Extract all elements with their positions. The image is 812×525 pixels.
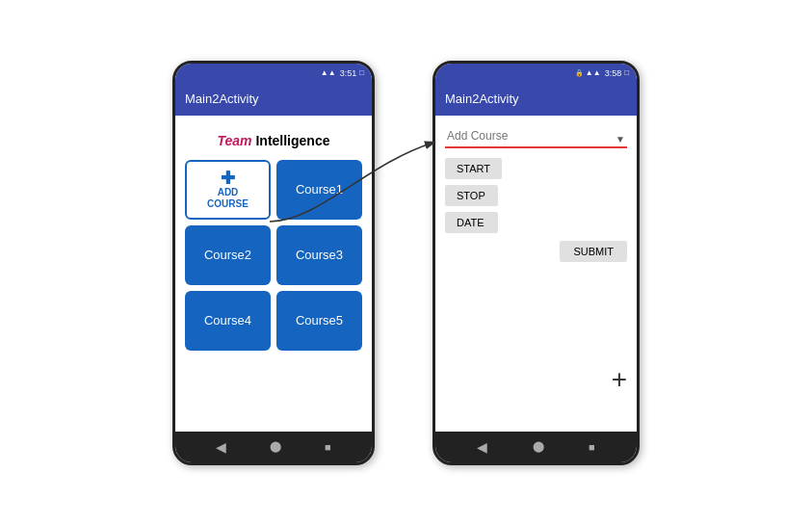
phone1-toolbar: Main2Activity (175, 83, 372, 116)
course1-button[interactable]: Course1 (276, 160, 362, 220)
scene: ▲▲ 3:51 □ Main2Activity Team Intelligenc… (0, 0, 812, 525)
start-button[interactable]: START (445, 158, 502, 179)
phone2-recent-button[interactable]: ■ (589, 441, 595, 453)
phone2-toolbar-title: Main2Activity (445, 92, 519, 106)
phone1: ▲▲ 3:51 □ Main2Activity Team Intelligenc… (172, 61, 375, 465)
course-grid: ✚ ADDCOURSE Course1 Course2 Course3 Cour… (185, 160, 362, 351)
course3-label: Course3 (296, 248, 343, 262)
phone2: 🔒 ▲▲ 3:58 □ Main2Activity ▼ START STOP (432, 61, 640, 465)
phone1-status-signal: ▲▲ (321, 68, 336, 77)
phone2-content: ▼ START STOP DATE SUBMIT + (435, 116, 637, 432)
phone2-back-button[interactable]: ◀ (477, 439, 487, 455)
course2-button[interactable]: Course2 (185, 225, 271, 285)
phone2-status-signal: ▲▲ (586, 68, 601, 77)
course5-button[interactable]: Course5 (276, 291, 362, 351)
phone2-status-bar: 🔒 ▲▲ 3:58 □ (435, 64, 637, 83)
date-button[interactable]: DATE (445, 212, 498, 233)
phone2-lock-icon: 🔒 (575, 69, 584, 77)
course1-label: Course1 (296, 182, 343, 197)
phone2-toolbar: Main2Activity (435, 83, 637, 116)
add-course-input[interactable] (445, 125, 627, 148)
fab-button[interactable]: + (612, 366, 627, 393)
home-button[interactable]: ⬤ (270, 440, 281, 453)
plus-icon: ✚ (221, 170, 235, 187)
back-button[interactable]: ◀ (216, 439, 226, 455)
phone1-content: Team Intelligence ✚ ADDCOURSE Course1 Co… (175, 116, 372, 432)
phone2-status-time: 3:58 (605, 68, 622, 78)
course5-label: Course5 (296, 313, 343, 328)
dropdown-arrow-icon: ▼ (616, 134, 625, 144)
intelligence-label: Intelligence (252, 133, 330, 148)
course3-button[interactable]: Course3 (276, 225, 362, 285)
course2-label: Course2 (204, 248, 251, 262)
phone1-status-time: 3:51 (340, 68, 357, 78)
team-intelligence-label: Team Intelligence (185, 133, 362, 148)
phone1-bottom-nav: ◀ ⬤ ■ (175, 432, 372, 462)
phone2-home-button[interactable]: ⬤ (533, 440, 544, 453)
course4-button[interactable]: Course4 (185, 291, 271, 351)
recent-button[interactable]: ■ (325, 441, 331, 453)
fab-icon: + (612, 364, 627, 394)
add-course-label: ADDCOURSE (207, 187, 249, 210)
phone2-status-battery: □ (624, 68, 629, 77)
submit-button[interactable]: SUBMIT (560, 241, 627, 262)
phone1-toolbar-title: Main2Activity (185, 92, 259, 106)
team-label: Team (218, 133, 252, 148)
phone2-bottom-nav: ◀ ⬤ ■ (435, 432, 637, 462)
stop-button[interactable]: STOP (445, 185, 498, 206)
course4-label: Course4 (204, 313, 251, 328)
phone1-status-bar: ▲▲ 3:51 □ (175, 64, 372, 83)
add-course-button[interactable]: ✚ ADDCOURSE (185, 160, 271, 220)
add-course-field: ▼ (445, 125, 627, 148)
phone1-status-battery: □ (359, 68, 364, 77)
